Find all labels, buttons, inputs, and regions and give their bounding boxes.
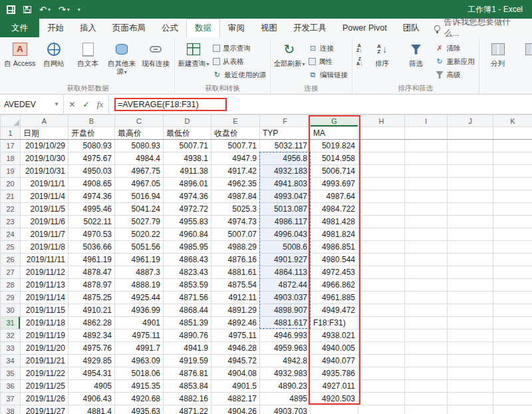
cell-D19[interactable]: 4911.38: [164, 165, 211, 178]
cell-B24[interactable]: 4970.53: [68, 228, 115, 241]
cell-J31[interactable]: [448, 317, 493, 329]
cell-F32[interactable]: 4946.993: [260, 329, 311, 342]
cell-G18[interactable]: 5014.958: [311, 152, 358, 165]
cell-J23[interactable]: [448, 216, 493, 228]
cell-H22[interactable]: [358, 203, 405, 216]
cell-I27[interactable]: [405, 266, 448, 279]
cell-B27[interactable]: 4878.47: [68, 266, 115, 279]
row-header-1[interactable]: 1: [1, 127, 21, 140]
tab-home[interactable]: 开始: [39, 19, 72, 37]
cell-D30[interactable]: 4868.44: [164, 304, 211, 317]
column-header-E[interactable]: E: [211, 115, 260, 127]
name-box-dropdown-icon[interactable]: ▼: [54, 101, 59, 107]
cell-I32[interactable]: [405, 329, 448, 342]
cell-I29[interactable]: [405, 292, 448, 304]
cell-A1[interactable]: 日期: [21, 127, 68, 140]
cell-B19[interactable]: 4950.03: [68, 165, 115, 178]
cell-J19[interactable]: [448, 165, 493, 178]
cell-H27[interactable]: [358, 266, 405, 279]
cell-C29[interactable]: 4925.44: [115, 292, 164, 304]
cell-I30[interactable]: [405, 304, 448, 317]
column-header-I[interactable]: I: [405, 115, 448, 127]
cell-D1[interactable]: 最低价: [164, 127, 211, 140]
cell-I35[interactable]: [405, 367, 448, 380]
cell-K1[interactable]: [493, 127, 532, 140]
cell-I1[interactable]: [405, 127, 448, 140]
cell-F19[interactable]: 4932.183: [260, 165, 311, 178]
cell-C27[interactable]: 4887.3: [115, 266, 164, 279]
cell-D20[interactable]: 4896.01: [164, 178, 211, 190]
cell-C20[interactable]: 4967.05: [115, 178, 164, 190]
cell-D27[interactable]: 4823.43: [164, 266, 211, 279]
cancel-formula-button[interactable]: ✕: [65, 100, 79, 109]
cell-G1[interactable]: MA: [311, 127, 358, 140]
cell-B38[interactable]: 4881.4: [68, 405, 115, 414]
cell-H33[interactable]: [358, 342, 405, 355]
cell-I18[interactable]: [405, 152, 448, 165]
cell-G24[interactable]: 4981.824: [311, 228, 358, 241]
tab-data[interactable]: 数据: [186, 19, 220, 37]
cell-D26[interactable]: 4868.43: [164, 254, 211, 266]
cell-D37[interactable]: 4882.16: [164, 393, 211, 405]
new-query-button[interactable]: 新建查询▾: [177, 39, 210, 82]
cell-G28[interactable]: 4966.862: [311, 279, 358, 292]
redo-button[interactable]: ↷▾: [59, 5, 70, 14]
cell-I19[interactable]: [405, 165, 448, 178]
row-header-35[interactable]: 35: [1, 367, 21, 380]
cell-E30[interactable]: 4891.29: [211, 304, 260, 317]
sort-descending-button[interactable]: ZA↓: [354, 56, 365, 67]
cell-C22[interactable]: 5041.24: [115, 203, 164, 216]
row-header-23[interactable]: 23: [1, 216, 21, 228]
cell-C26[interactable]: 4961.19: [115, 254, 164, 266]
row-header-27[interactable]: 27: [1, 266, 21, 279]
properties-button[interactable]: 属性: [307, 56, 350, 67]
cell-F20[interactable]: 4941.803: [260, 178, 311, 190]
cell-E20[interactable]: 4962.35: [211, 178, 260, 190]
cell-J26[interactable]: [448, 254, 493, 266]
cell-H17[interactable]: [358, 140, 405, 152]
cell-I20[interactable]: [405, 178, 448, 190]
cell-A37[interactable]: 2019/11/26: [21, 393, 68, 405]
cell-A20[interactable]: 2019/11/1: [21, 178, 68, 190]
cell-K33[interactable]: [493, 342, 532, 355]
cell-D35[interactable]: 4876.81: [164, 367, 211, 380]
cell-A35[interactable]: 2019/11/22: [21, 367, 68, 380]
cell-H34[interactable]: [358, 355, 405, 367]
row-header-31[interactable]: 31: [1, 317, 21, 329]
cell-F27[interactable]: 4864.113: [260, 266, 311, 279]
cell-B35[interactable]: 4954.31: [68, 367, 115, 380]
cell-D24[interactable]: 4960.84: [164, 228, 211, 241]
row-header-32[interactable]: 32: [1, 329, 21, 342]
column-header-J[interactable]: J: [448, 115, 493, 127]
tab-insert[interactable]: 插入: [72, 19, 104, 37]
cell-F33[interactable]: 4959.963: [260, 342, 311, 355]
cell-A21[interactable]: 2019/11/4: [21, 190, 68, 203]
cell-B37[interactable]: 4906.43: [68, 393, 115, 405]
undo-button[interactable]: ↶▾: [39, 5, 51, 14]
column-header-D[interactable]: D: [164, 115, 211, 127]
cell-J35[interactable]: [448, 367, 493, 380]
cell-I36[interactable]: [405, 380, 448, 393]
cell-A32[interactable]: 2019/11/19: [21, 329, 68, 342]
cell-E24[interactable]: 5007.07: [211, 228, 260, 241]
cell-J27[interactable]: [448, 266, 493, 279]
cell-J17[interactable]: [448, 140, 493, 152]
cell-A22[interactable]: 2019/11/5: [21, 203, 68, 216]
tab-team[interactable]: 团队: [395, 19, 428, 37]
cell-J37[interactable]: [448, 393, 493, 405]
cell-I26[interactable]: [405, 254, 448, 266]
from-access-button[interactable]: A 自 Access: [3, 39, 37, 82]
cell-D32[interactable]: 4890.76: [164, 329, 211, 342]
tab-power-pivot[interactable]: Power Pivot: [334, 19, 395, 37]
cell-A36[interactable]: 2019/11/25: [21, 380, 68, 393]
row-header-36[interactable]: 36: [1, 380, 21, 393]
cell-C21[interactable]: 5016.94: [115, 190, 164, 203]
tell-me-box[interactable]: 告诉我您想要做什么...: [428, 19, 532, 37]
cell-K18[interactable]: [493, 152, 532, 165]
tab-file[interactable]: 文件: [0, 19, 39, 37]
customize-quick-access-button[interactable]: ▾: [78, 7, 80, 13]
cell-F25[interactable]: 5008.6: [260, 241, 311, 254]
cell-H28[interactable]: [358, 279, 405, 292]
clear-button[interactable]: ✗ 清除: [434, 43, 477, 54]
cell-I17[interactable]: [405, 140, 448, 152]
